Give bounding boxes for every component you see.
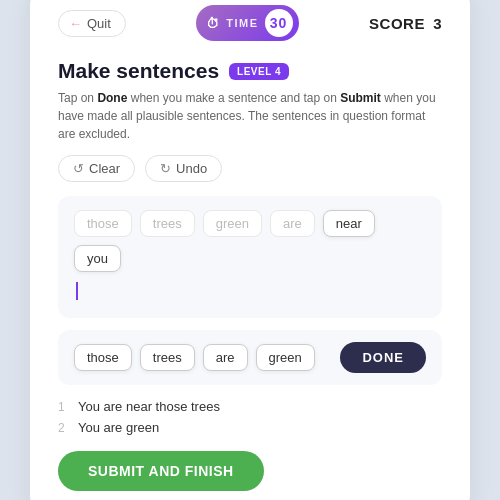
title-row: Make sentences LEVEL 4 xyxy=(58,59,442,83)
score-label: SCORE xyxy=(369,15,425,32)
quit-button[interactable]: ← Quit xyxy=(58,10,126,37)
quit-label: Quit xyxy=(87,16,111,31)
sentence-word-chip[interactable]: those xyxy=(74,344,132,371)
cursor-area xyxy=(74,282,426,304)
word-bank-chip[interactable]: are xyxy=(270,210,315,237)
page-title: Make sentences xyxy=(58,59,219,83)
text-cursor xyxy=(76,282,78,300)
header: ← Quit ⏱ TIME 30 SCORE 3 xyxy=(58,5,442,41)
submit-word: Submit xyxy=(340,91,381,105)
sentence-number: 1 xyxy=(58,400,70,414)
arrow-left-icon: ← xyxy=(69,16,82,31)
undo-icon: ↻ xyxy=(160,161,171,176)
time-label: TIME xyxy=(226,17,258,29)
done-button[interactable]: DONE xyxy=(340,342,426,373)
action-row: ↺ Clear ↻ Undo xyxy=(58,155,442,182)
undo-label: Undo xyxy=(176,161,207,176)
clear-label: Clear xyxy=(89,161,120,176)
word-bank-chip[interactable]: those xyxy=(74,210,132,237)
undo-button[interactable]: ↻ Undo xyxy=(145,155,222,182)
word-bank-chip[interactable]: near xyxy=(323,210,375,237)
score-display: SCORE 3 xyxy=(369,15,442,32)
main-card: ← Quit ⏱ TIME 30 SCORE 3 Make sentences … xyxy=(30,0,470,500)
list-item: 1You are near those trees xyxy=(58,399,442,414)
sentence-number: 2 xyxy=(58,421,70,435)
timer-badge: ⏱ TIME 30 xyxy=(196,5,298,41)
timer-icon: ⏱ xyxy=(206,16,220,31)
word-bank-row: thosetreesgreenarenearyou xyxy=(74,210,426,272)
sentence-word-chip[interactable]: green xyxy=(256,344,315,371)
sentence-word-chip[interactable]: are xyxy=(203,344,248,371)
word-bank-chip[interactable]: trees xyxy=(140,210,195,237)
sentence-word-chip[interactable]: trees xyxy=(140,344,195,371)
sentences-list: 1You are near those trees2You are green xyxy=(58,399,442,435)
submit-label: SUBMIT AND FINISH xyxy=(88,463,234,479)
clear-icon: ↺ xyxy=(73,161,84,176)
done-word: Done xyxy=(97,91,127,105)
word-bank-chip[interactable]: you xyxy=(74,245,121,272)
level-badge: LEVEL 4 xyxy=(229,63,289,80)
sentence-builder: thosetreesaregreenDONE xyxy=(58,330,442,385)
instructions: Tap on Done when you make a sentence and… xyxy=(58,89,442,143)
word-bank: thosetreesgreenarenearyou xyxy=(58,196,442,318)
submit-button[interactable]: SUBMIT AND FINISH xyxy=(58,451,264,491)
sentence-text: You are near those trees xyxy=(78,399,220,414)
sentence-text: You are green xyxy=(78,420,159,435)
score-value: 3 xyxy=(433,15,442,32)
word-bank-chip[interactable]: green xyxy=(203,210,262,237)
list-item: 2You are green xyxy=(58,420,442,435)
clear-button[interactable]: ↺ Clear xyxy=(58,155,135,182)
timer-value: 30 xyxy=(265,9,293,37)
